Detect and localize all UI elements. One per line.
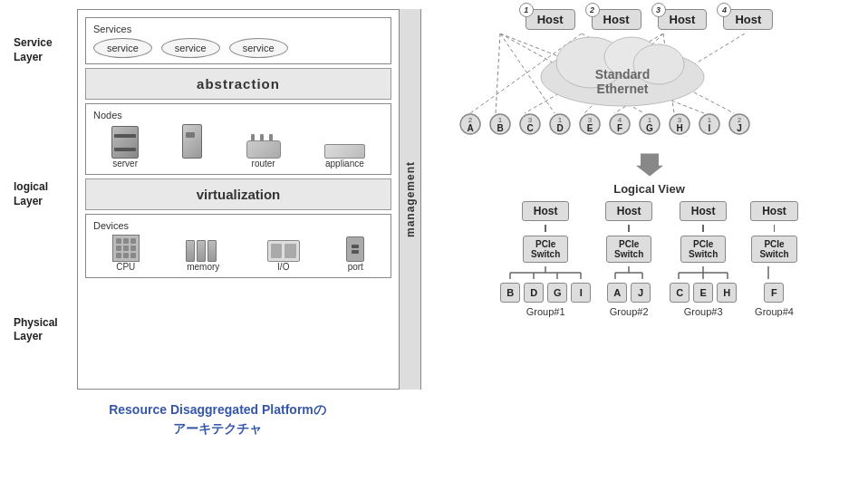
appliance-node: appliance	[324, 144, 365, 169]
group3-branches	[667, 266, 739, 279]
caption: Resource Disaggregated Platformの アーキテクチャ	[14, 400, 421, 438]
svg-marker-46	[636, 154, 663, 177]
server-label: server	[112, 159, 138, 169]
group2-label: Group#2	[610, 306, 649, 317]
logical-view: Host PCIeSwitch B D G I Group#1	[439, 201, 859, 317]
svg-text:E: E	[586, 123, 593, 133]
group2-host: Host	[605, 201, 653, 221]
group1-pcie: PCIeSwitch	[523, 236, 568, 263]
leaf-I: I	[571, 283, 591, 303]
right-panel: 1 Host 2 Host 3 Host 4 Host	[435, 0, 868, 501]
io-label: I/O	[277, 262, 289, 272]
tower-label	[191, 159, 194, 169]
abstraction-bar: abstraction	[85, 68, 391, 100]
svg-text:B: B	[497, 123, 503, 133]
service-oval-2: service	[161, 38, 220, 58]
svg-text:J: J	[737, 123, 742, 133]
svg-text:F: F	[616, 123, 622, 133]
leaf-G: G	[547, 283, 567, 303]
devices-title: Devices	[93, 220, 383, 231]
service-layer-label: Service Layer	[14, 36, 72, 64]
hosts-row: 1 Host 2 Host 3 Host 4 Host	[526, 9, 774, 30]
down-arrow-icon	[636, 151, 663, 178]
host-box-2: 2 Host	[592, 9, 641, 30]
host-box-3: 3 Host	[658, 9, 708, 30]
cpu-device: CPU	[112, 235, 140, 272]
host-num-3: 3	[651, 3, 666, 17]
service-oval-3: service	[229, 38, 288, 58]
leaf-D: D	[524, 283, 544, 303]
node-items: server router appliance	[93, 124, 383, 169]
leaf-E: E	[693, 283, 713, 303]
left-panel: Service Layer logical Layer Physical Lay…	[0, 0, 435, 501]
logical-layer-label: logical Layer	[14, 180, 72, 208]
group2-leaves: A J	[607, 283, 651, 303]
service-oval-1: service	[93, 38, 152, 58]
cpu-label: CPU	[116, 262, 135, 272]
tower-node	[182, 124, 202, 169]
diagram-main: Services service service service abstrac…	[77, 9, 400, 390]
group1-leaves: B D G I	[500, 283, 591, 303]
svg-text:G: G	[646, 123, 653, 133]
group-1: Host PCIeSwitch B D G I Group#1	[500, 201, 591, 317]
network-svg: Standard Ethernet 2 A 1 B 3 C 1 D 3 E	[450, 34, 849, 142]
io-icon	[267, 240, 300, 262]
group3-pcie: PCIeSwitch	[680, 236, 726, 263]
services-title: Services	[93, 24, 383, 34]
service-items: service service service	[93, 38, 383, 58]
memory-icon	[186, 238, 220, 262]
svg-text:Ethernet: Ethernet	[596, 82, 648, 96]
device-items: CPU memory	[93, 235, 383, 272]
group4-leaves: F	[764, 283, 784, 303]
group4-label: Group#4	[755, 306, 794, 317]
group4-branches	[750, 266, 786, 279]
server-node: server	[111, 126, 139, 169]
group3-host: Host	[680, 201, 728, 221]
caption-line2: アーキテクチャ	[14, 419, 421, 438]
virtualization-bar: virtualization	[85, 178, 391, 210]
layer-labels: Service Layer logical Layer Physical Lay…	[14, 9, 77, 390]
host-box-4: 4 Host	[723, 9, 773, 30]
group1-host: Host	[522, 201, 570, 221]
logical-layer-box: Nodes server router	[85, 103, 391, 175]
appliance-label: appliance	[325, 159, 364, 169]
io-device: I/O	[267, 240, 300, 272]
svg-text:D: D	[556, 123, 563, 133]
architecture-diagram: Service Layer logical Layer Physical Lay…	[14, 9, 421, 390]
svg-text:I: I	[708, 123, 710, 133]
group1-label: Group#1	[526, 306, 565, 317]
leaf-F: F	[764, 283, 784, 303]
port-icon	[346, 236, 364, 262]
svg-text:A: A	[467, 123, 473, 133]
cpu-icon	[112, 235, 140, 262]
memory-label: memory	[187, 262, 219, 272]
group3-leaves: C E H	[670, 283, 737, 303]
group2-branches	[602, 266, 656, 279]
connector-3	[702, 225, 704, 232]
group4-host: Host	[750, 201, 798, 221]
leaf-C: C	[670, 283, 690, 303]
port-label: port	[348, 262, 363, 272]
group3-label: Group#3	[684, 306, 723, 317]
group-4: Host PCIeSwitch F Group#4	[750, 201, 798, 317]
connector-2	[628, 225, 630, 232]
management-sidebar: management	[400, 9, 421, 390]
connector-4	[774, 225, 776, 232]
svg-line-0	[496, 34, 500, 113]
svg-text:Standard: Standard	[594, 67, 650, 82]
arrow-down	[439, 151, 859, 178]
logical-view-label: Logical View	[439, 182, 859, 196]
host-num-1: 1	[519, 3, 534, 17]
leaf-B: B	[500, 283, 520, 303]
group4-pcie: PCIeSwitch	[751, 236, 796, 263]
nodes-title: Nodes	[93, 110, 383, 120]
group-3: Host PCIeSwitch C E H Group#3	[667, 201, 739, 317]
tower-icon	[182, 124, 202, 159]
svg-text:H: H	[676, 123, 682, 133]
router-icon	[246, 140, 281, 159]
server-icon	[111, 126, 139, 159]
leaf-J: J	[631, 283, 651, 303]
host-num-4: 4	[717, 3, 731, 17]
physical-layer-label: Physical Layer	[14, 316, 72, 344]
host-num-2: 2	[585, 3, 600, 17]
